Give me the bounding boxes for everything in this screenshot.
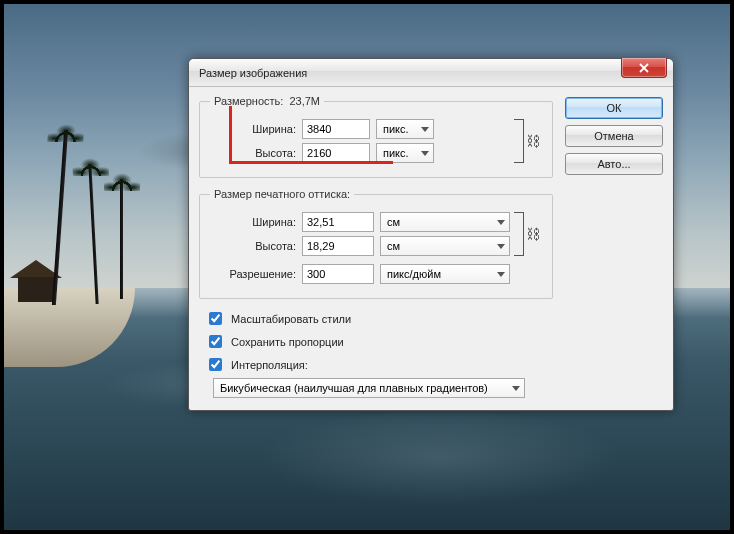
chevron-down-icon — [421, 151, 429, 156]
doc-height-unit-select[interactable]: см — [380, 236, 510, 256]
link-bracket — [514, 212, 524, 256]
chevron-down-icon — [421, 127, 429, 132]
interpolation-method-select[interactable]: Бикубическая (наилучшая для плавных град… — [213, 378, 525, 398]
pixel-dimensions-group: Размерность: 23,7M Ширина: пикс. Высота: — [199, 95, 553, 178]
constrain-proportions-check[interactable] — [209, 335, 222, 348]
document-size-legend: Размер печатного оттиска: — [210, 188, 354, 200]
auto-button[interactable]: Авто... — [565, 153, 663, 175]
chevron-down-icon — [497, 244, 505, 249]
pixel-dimensions-legend: Размерность: 23,7M — [210, 95, 324, 107]
scale-styles-checkbox[interactable]: Масштабировать стили — [205, 309, 553, 328]
cancel-button[interactable]: Отмена — [565, 125, 663, 147]
height-label: Высота: — [210, 147, 296, 159]
doc-width-label: Ширина: — [210, 216, 296, 228]
chevron-down-icon — [497, 272, 505, 277]
chevron-down-icon — [497, 220, 505, 225]
pixel-width-unit-select[interactable]: пикс. — [376, 119, 434, 139]
close-button[interactable] — [621, 58, 667, 78]
dialog-titlebar[interactable]: Размер изображения — [189, 59, 673, 87]
resample-check[interactable] — [209, 358, 222, 371]
chevron-down-icon — [512, 386, 520, 391]
resolution-unit-select[interactable]: пикс/дюйм — [380, 264, 510, 284]
pixel-width-input[interactable] — [302, 119, 370, 139]
doc-width-unit-select[interactable]: см — [380, 212, 510, 232]
resample-checkbox[interactable]: Интерполяция: — [205, 355, 553, 374]
wallpaper-palm — [120, 179, 123, 299]
constrain-link-icon[interactable]: ⛓ — [524, 115, 542, 167]
doc-height-input[interactable] — [302, 236, 374, 256]
doc-width-input[interactable] — [302, 212, 374, 232]
pixel-height-input[interactable] — [302, 143, 370, 163]
pixel-height-unit-select[interactable]: пикс. — [376, 143, 434, 163]
constrain-link-icon[interactable]: ⛓ — [524, 208, 542, 260]
constrain-proportions-checkbox[interactable]: Сохранить пропорции — [205, 332, 553, 351]
resolution-label: Разрешение: — [210, 268, 296, 280]
document-size-group: Размер печатного оттиска: Ширина: см Выс… — [199, 188, 553, 299]
close-icon — [639, 63, 649, 73]
doc-height-label: Высота: — [210, 240, 296, 252]
width-label: Ширина: — [210, 123, 296, 135]
resolution-input[interactable] — [302, 264, 374, 284]
link-bracket — [514, 119, 524, 163]
dialog-title: Размер изображения — [199, 67, 307, 79]
scale-styles-check[interactable] — [209, 312, 222, 325]
image-size-dialog: Размер изображения Размерность: 23,7M Ши… — [188, 58, 674, 411]
ok-button[interactable]: ОК — [565, 97, 663, 119]
file-size-value: 23,7M — [289, 95, 320, 107]
